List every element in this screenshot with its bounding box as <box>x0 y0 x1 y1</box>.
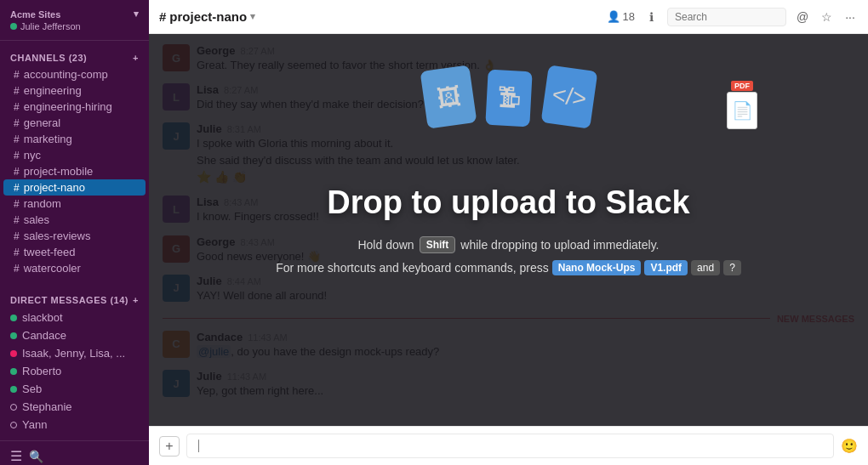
channel-dropdown-icon[interactable]: ▾ <box>250 11 255 22</box>
workspace-name[interactable]: Acme Sites ▾ <box>10 9 139 20</box>
drop-overlay: 🖼 🗜 </> PDF 📄 Drop to upload to Slack Ho… <box>149 34 868 426</box>
hash-icon: # <box>14 85 20 97</box>
dm-yann[interactable]: Yann <box>0 416 149 434</box>
sidebar-item-random[interactable]: #random <box>3 196 146 212</box>
star-icon[interactable]: ☆ <box>819 9 834 25</box>
hash-icon: # <box>14 230 20 242</box>
channels-count: (23) <box>69 53 88 63</box>
online-dot <box>10 386 17 393</box>
add-dm-icon[interactable]: + <box>133 295 139 305</box>
topbar: #project-nano ▾ 👤 18 ℹ @ ☆ ··· <box>149 0 868 34</box>
sidebar-item-general[interactable]: #general <box>3 115 146 131</box>
drop-hint1: Hold down Shift while dropping to upload… <box>357 236 659 253</box>
more-icon[interactable]: ··· <box>842 9 858 25</box>
dm-stephanie[interactable]: Stephanie <box>0 398 149 416</box>
sidebar-item-accounting-comp[interactable]: #accounting-comp <box>3 66 146 82</box>
message-input[interactable] <box>186 434 834 458</box>
add-channel-icon[interactable]: + <box>133 53 139 63</box>
shift-key-badge: Shift <box>420 236 456 253</box>
channels-section: CHANNELS (23) + #accounting-comp #engine… <box>0 41 149 285</box>
and-badge: and <box>691 260 720 275</box>
messages-list: G George8:27 AM Great. They really seeme… <box>149 34 868 426</box>
pdf-label: PDF <box>731 81 753 91</box>
online-dot <box>10 332 17 339</box>
sidebar-item-tweet-feed[interactable]: #tweet-feed <box>3 244 146 260</box>
sidebar-item-marketing[interactable]: #marketing <box>3 131 146 147</box>
sidebar-footer: ☰ 🔍 <box>0 440 149 465</box>
sidebar-item-project-nano[interactable]: #project-nano <box>3 179 146 196</box>
info-icon[interactable]: ℹ <box>643 9 659 25</box>
hash-prefix: # <box>159 9 166 24</box>
search-input[interactable] <box>667 8 786 26</box>
channels-header: CHANNELS (23) + <box>0 49 149 66</box>
sidebar-header: Acme Sites ▾ Julie Jefferson <box>0 0 149 41</box>
dm-seb[interactable]: Seb <box>0 380 149 398</box>
search-icon[interactable]: 🔍 <box>29 450 43 463</box>
group-dot <box>10 350 17 357</box>
sidebar-item-nyc[interactable]: #nyc <box>3 147 146 163</box>
drop-title: Drop to upload to Slack <box>327 184 689 221</box>
question-badge: ? <box>723 260 741 275</box>
emoji-button[interactable]: 🙂 <box>841 438 858 454</box>
dm-slackbot[interactable]: slackbot <box>0 309 149 326</box>
dm-roberto[interactable]: Roberto <box>0 362 149 380</box>
workspace-arrow-icon: ▾ <box>134 9 139 20</box>
main-content: #project-nano ▾ 👤 18 ℹ @ ☆ ··· G George8… <box>149 0 868 465</box>
dm-section: DIRECT MESSAGES (14) + slackbot Candace … <box>0 285 149 440</box>
hash-icon: # <box>14 182 20 194</box>
hash-icon: # <box>14 263 20 275</box>
dm-candace[interactable]: Candace <box>0 326 149 344</box>
add-attachment-button[interactable]: + <box>159 436 180 456</box>
online-dot <box>10 315 17 321</box>
members-count[interactable]: 👤 18 <box>607 10 635 23</box>
dm-label: DIRECT MESSAGES <box>10 295 107 305</box>
channels-label: CHANNELS <box>10 53 66 63</box>
user-name: Julie Jefferson <box>20 21 81 31</box>
sidebar-item-watercooler[interactable]: #watercooler <box>3 260 146 276</box>
nano-badge: Nano Mock-Ups <box>552 260 642 275</box>
sidebar: Acme Sites ▾ Julie Jefferson CHANNELS (2… <box>0 0 149 465</box>
members-icon: 👤 <box>607 10 620 23</box>
drop-hint2: For more shortcuts and keyboard commands… <box>276 260 741 275</box>
topbar-right: 👤 18 ℹ @ ☆ ··· <box>607 8 858 26</box>
channel-name: #project-nano ▾ <box>159 9 255 24</box>
channel-title: project-nano <box>169 9 247 24</box>
hash-icon: # <box>14 101 20 113</box>
v1-badge: V1.pdf <box>644 260 688 275</box>
hint1-post-text: while dropping to upload immediately. <box>460 238 659 252</box>
hash-icon: # <box>14 166 20 178</box>
zip-file-icon: 🗜 <box>485 70 532 128</box>
sidebar-item-project-mobile[interactable]: #project-mobile <box>3 163 146 179</box>
dm-count: (14) <box>110 295 128 305</box>
online-dot <box>10 368 17 375</box>
hash-icon: # <box>14 150 20 162</box>
user-status-dot <box>10 23 17 30</box>
channels-list: #accounting-comp #engineering #engineeri… <box>0 66 149 276</box>
offline-dot <box>10 404 17 411</box>
user-status: Julie Jefferson <box>10 21 139 31</box>
hint1-pre-text: Hold down <box>357 238 414 252</box>
image-file-icon: 🖼 <box>420 65 477 128</box>
hash-icon: # <box>14 198 20 210</box>
sidebar-item-sales[interactable]: #sales <box>3 212 146 228</box>
dm-header: DIRECT MESSAGES (14) + <box>0 292 149 309</box>
workspace-label: Acme Sites <box>10 9 60 20</box>
code-file-icon: </> <box>540 65 597 128</box>
members-number: 18 <box>623 10 635 23</box>
hash-icon: # <box>14 117 20 129</box>
hint2-pre-text: For more shortcuts and keyboard commands… <box>276 261 549 275</box>
sidebar-item-sales-reviews[interactable]: #sales-reviews <box>3 228 146 244</box>
pdf-icon-container: PDF 📄 <box>727 81 757 129</box>
offline-dot <box>10 422 17 428</box>
dm-group[interactable]: Isaak, Jenny, Lisa, ... <box>0 344 149 362</box>
hash-icon: # <box>14 247 20 258</box>
sidebar-item-engineering[interactable]: #engineering <box>3 82 146 99</box>
menu-icon[interactable]: ☰ <box>10 448 22 464</box>
file-icons-container: 🖼 🗜 </> <box>424 51 594 126</box>
hash-icon: # <box>14 214 20 226</box>
sidebar-item-engineering-hiring[interactable]: #engineering-hiring <box>3 99 146 115</box>
pdf-file-icon: 📄 <box>727 92 757 129</box>
input-area: + 🙂 <box>149 426 868 465</box>
at-icon[interactable]: @ <box>795 9 810 25</box>
hash-icon: # <box>14 133 20 145</box>
